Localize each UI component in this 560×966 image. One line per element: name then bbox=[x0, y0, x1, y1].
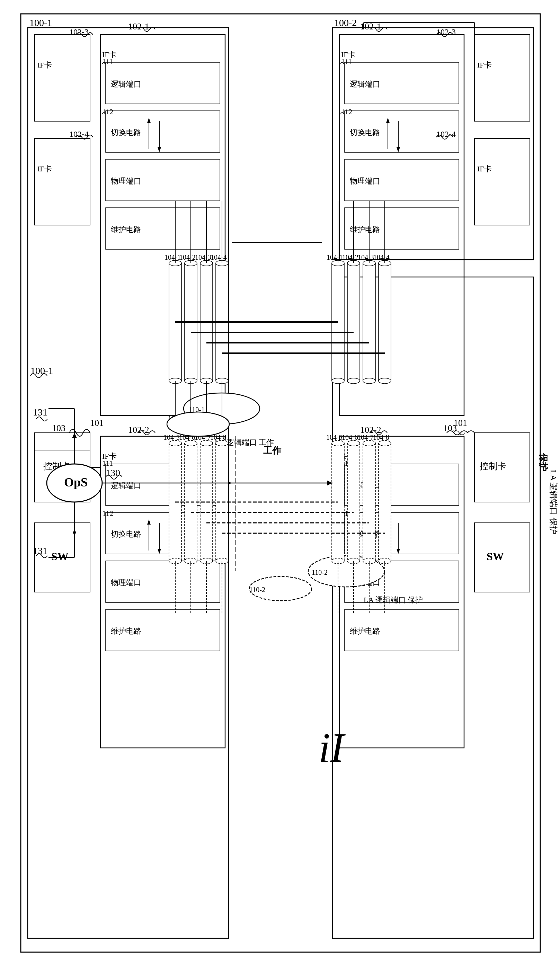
label-104-7-r: 104-7 bbox=[357, 434, 374, 441]
svg-point-93 bbox=[379, 378, 391, 384]
label-102-1: 102-1 bbox=[128, 21, 149, 31]
label-physical-port-2l: 物理端口 bbox=[111, 578, 141, 587]
svg-point-74 bbox=[185, 440, 197, 446]
svg-rect-100 bbox=[363, 443, 375, 561]
label-111-2l: 111 bbox=[102, 459, 113, 467]
label-104-4-l: 104-4 bbox=[210, 253, 227, 261]
label-131-bottom: 131 bbox=[33, 545, 48, 556]
label-112-r1: 112 bbox=[341, 107, 352, 116]
svg-point-90 bbox=[363, 378, 375, 384]
label-switch-circuit-2l: 切换电路 bbox=[111, 530, 141, 539]
label-la-protection: LA 逻辑端口 保护 bbox=[364, 596, 423, 604]
main-svg: 100-1 100-2 控制卡 101 103 SW IF卡 102-3 bbox=[0, 0, 560, 966]
label-switch-circuit-1: 切换电路 bbox=[111, 128, 141, 137]
label-112-1: 112 bbox=[102, 107, 113, 116]
label-104-2-l: 104-2 bbox=[179, 253, 195, 261]
label-control-card-right: 控制卡 bbox=[480, 461, 507, 471]
label-110-2-small: 110-2 bbox=[250, 586, 265, 593]
label-104-4-r: 104-4 bbox=[373, 253, 389, 261]
svg-point-98 bbox=[347, 440, 360, 446]
label-111-r1: 111 bbox=[341, 57, 352, 66]
label-131-top: 131 bbox=[33, 407, 48, 417]
label-physical-port-1: 物理端口 bbox=[111, 177, 141, 185]
label-if-card-right-top: IF卡 bbox=[477, 61, 492, 69]
label-104-6-r: 104-6 bbox=[342, 434, 358, 441]
label-if-card-left-top: IF卡 bbox=[38, 61, 52, 69]
label-104-2-r: 104-2 bbox=[342, 253, 358, 261]
label-104-1-l: 104-1 bbox=[164, 253, 181, 261]
diagram-container: 100-1 100-2 控制卡 101 103 SW IF卡 102-3 bbox=[0, 0, 560, 966]
svg-rect-97 bbox=[347, 443, 360, 561]
svg-point-87 bbox=[347, 378, 360, 384]
label-104-5-l: 104-5 bbox=[163, 434, 180, 441]
label-sw-left: SW bbox=[51, 550, 69, 563]
label-if-card-right-bottom: IF卡 bbox=[477, 164, 492, 173]
label-111-1: 111 bbox=[102, 57, 113, 66]
label-104-8-r: 104-8 bbox=[373, 434, 389, 441]
label-sw-right: SW bbox=[486, 550, 504, 563]
label-104-1-r: 104-1 bbox=[327, 253, 343, 261]
label-101-left: 101 bbox=[90, 418, 103, 428]
svg-rect-85 bbox=[347, 263, 360, 381]
label-protection-vertical: 保护 bbox=[538, 453, 549, 472]
svg-point-134 bbox=[167, 412, 229, 436]
svg-point-101 bbox=[363, 440, 375, 446]
svg-point-80 bbox=[216, 440, 228, 446]
label-100-1: 100-1 bbox=[30, 17, 52, 28]
label-ii-notation: iI bbox=[319, 724, 346, 771]
label-102-4-left: 102-4 bbox=[69, 130, 89, 138]
label-la-protection-right: LA 逻辑端口 保护 bbox=[549, 470, 558, 535]
svg-point-84 bbox=[332, 378, 344, 384]
svg-point-71 bbox=[169, 440, 181, 446]
label-if-card-left-bottom: IF卡 bbox=[38, 164, 52, 173]
label-112-2l: 112 bbox=[102, 509, 113, 518]
label-100-1-inner: 100-1 bbox=[31, 365, 53, 376]
label-104-5-r: 104-5 bbox=[326, 434, 343, 441]
svg-point-95 bbox=[332, 440, 344, 446]
label-100-2: 100-2 bbox=[334, 17, 357, 28]
label-physical-port-r1: 物理端口 bbox=[350, 177, 380, 185]
label-101-right: 101 bbox=[454, 418, 467, 428]
label-switch-circuit-r1: 切换电路 bbox=[350, 128, 380, 137]
label-logic-port-1: 逻辑端口 bbox=[111, 80, 141, 88]
svg-point-104 bbox=[379, 440, 391, 446]
label-protect-circuit-1: 维护电路 bbox=[111, 225, 141, 234]
label-working-vertical: 工作 bbox=[263, 445, 282, 456]
svg-point-77 bbox=[200, 440, 213, 446]
label-protect-circuit-r1: 维护电路 bbox=[350, 225, 380, 234]
svg-rect-91 bbox=[379, 263, 391, 381]
label-110-2: 110-2 bbox=[312, 568, 328, 576]
label-104-3-r: 104-3 bbox=[358, 253, 374, 261]
label-102-3-left: 102-3 bbox=[69, 27, 89, 36]
label-102-2-left: 102-2 bbox=[128, 425, 149, 435]
label-104-3-l: 104-3 bbox=[195, 253, 211, 261]
label-protect-circuit-r2: 维护电路 bbox=[350, 627, 380, 635]
label-130: 130 bbox=[106, 467, 120, 478]
label-ops: OpS bbox=[64, 475, 88, 489]
label-protect-circuit-2l: 维护电路 bbox=[111, 627, 141, 635]
svg-rect-88 bbox=[363, 263, 375, 381]
label-logic-port-r1: 逻辑端口 bbox=[350, 80, 380, 88]
svg-rect-103 bbox=[379, 443, 391, 561]
label-103-left: 103 bbox=[52, 423, 66, 433]
